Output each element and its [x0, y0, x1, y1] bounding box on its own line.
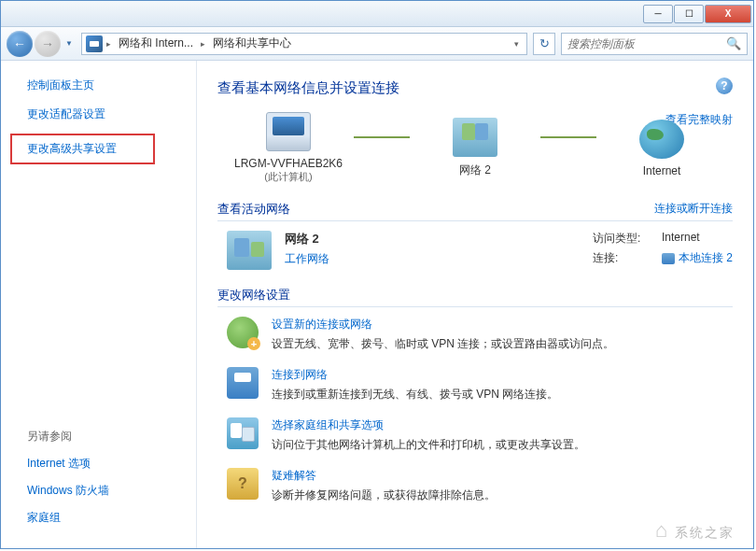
search-input[interactable]	[567, 37, 726, 50]
help-button[interactable]: ?	[716, 78, 733, 94]
sidebar-change-advanced-sharing[interactable]: 更改高级共享设置	[10, 134, 155, 164]
back-button[interactable]: ←	[7, 31, 33, 57]
watermark: 系统之家	[655, 518, 735, 543]
section-active-networks-title: 查看活动网络 连接或断开连接	[217, 201, 733, 221]
breadcrumb-network-internet[interactable]: 网络和 Intern...	[115, 34, 197, 53]
section-active-label: 查看活动网络	[217, 202, 290, 216]
setting-desc: 设置无线、宽带、拨号、临时或 VPN 连接；或设置路由器或访问点。	[272, 336, 614, 352]
network-map-network[interactable]: 网络 2	[410, 118, 540, 178]
minimize-button[interactable]: ─	[643, 5, 673, 23]
pc-sub-label: (此计算机)	[223, 170, 354, 184]
setting-homegroup-sharing[interactable]: 选择家庭组和共享选项 访问位于其他网络计算机上的文件和打印机，或更改共享设置。	[217, 417, 733, 453]
navbar: ← → ▼ ▸ 网络和 Intern... ▸ 网络和共享中心 ▾ ↻ 🔍	[1, 27, 753, 61]
window-frame: ─ ☐ X ← → ▼ ▸ 网络和 Intern... ▸ 网络和共享中心 ▾ …	[0, 0, 754, 549]
settings-list: 设置新的连接或网络 设置无线、宽带、拨号、临时或 VPN 连接；或设置路由器或访…	[217, 317, 733, 503]
setting-title[interactable]: 选择家庭组和共享选项	[272, 417, 585, 433]
content-body: 控制面板主页 更改适配器设置 更改高级共享设置 另请参阅 Internet 选项…	[1, 61, 753, 548]
address-bar[interactable]: ▸ 网络和 Intern... ▸ 网络和共享中心 ▾	[81, 33, 527, 55]
pc-name-label: LRGM-VVFHAEB2K6	[223, 157, 354, 170]
titlebar: ─ ☐ X	[1, 1, 753, 27]
access-type-value: Internet	[662, 231, 700, 247]
troubleshoot-icon	[227, 468, 259, 500]
network-map: 查看完整映射 LRGM-VVFHAEB2K6 (此计算机) 网络 2 Inter…	[217, 112, 733, 184]
sidebar-homegroup[interactable]: 家庭组	[27, 510, 196, 526]
nav-buttons: ← → ▼	[7, 31, 76, 57]
computer-icon	[266, 112, 311, 151]
connection-label: 连接:	[593, 250, 649, 266]
breadcrumb-sep-icon: ▸	[201, 39, 205, 49]
sidebar-control-panel-home[interactable]: 控制面板主页	[27, 78, 196, 93]
network-icon	[453, 118, 497, 157]
main-panel: ? 查看基本网络信息并设置连接 查看完整映射 LRGM-VVFHAEB2K6 (…	[197, 61, 753, 548]
setting-title[interactable]: 连接到网络	[272, 367, 558, 383]
sidebar-windows-firewall[interactable]: Windows 防火墙	[27, 483, 196, 499]
sidebar: 控制面板主页 更改适配器设置 更改高级共享设置 另请参阅 Internet 选项…	[1, 61, 197, 548]
search-icon[interactable]: 🔍	[726, 36, 741, 50]
setting-desc: 连接到或重新连接到无线、有线、拨号或 VPN 网络连接。	[272, 387, 558, 403]
local-connection-link[interactable]: 本地连接 2	[662, 250, 733, 266]
ethernet-icon	[662, 253, 675, 264]
connect-network-icon	[227, 367, 259, 399]
active-network-icon[interactable]	[227, 231, 272, 270]
maximize-button[interactable]: ☐	[674, 5, 704, 23]
sidebar-change-adapter-settings[interactable]: 更改适配器设置	[27, 106, 196, 122]
internet-label: Internet	[596, 164, 727, 177]
setting-new-connection[interactable]: 设置新的连接或网络 设置无线、宽带、拨号、临时或 VPN 连接；或设置路由器或访…	[217, 317, 733, 352]
setting-connect-network[interactable]: 连接到网络 连接到或重新连接到无线、有线、拨号或 VPN 网络连接。	[217, 367, 733, 403]
network-line-icon	[354, 136, 410, 138]
sidebar-internet-options[interactable]: Internet 选项	[27, 456, 196, 472]
network-map-this-pc[interactable]: LRGM-VVFHAEB2K6 (此计算机)	[223, 112, 354, 184]
refresh-button[interactable]: ↻	[533, 33, 555, 55]
forward-button[interactable]: →	[35, 31, 61, 57]
connection-value: 本地连接 2	[679, 250, 733, 266]
setting-title[interactable]: 设置新的连接或网络	[272, 317, 614, 332]
search-box[interactable]: 🔍	[561, 33, 748, 55]
control-panel-icon	[86, 35, 103, 52]
network-line-icon	[540, 136, 596, 138]
sidebar-see-also-title: 另请参阅	[27, 429, 196, 445]
breadcrumb-sep-icon: ▸	[106, 39, 111, 49]
close-button[interactable]: X	[705, 5, 751, 23]
new-connection-icon	[227, 317, 259, 348]
section-change-settings-title: 更改网络设置	[217, 287, 733, 307]
active-network-row: 网络 2 工作网络 访问类型: Internet 连接: 本地连接 2	[217, 231, 733, 270]
setting-desc: 诊断并修复网络问题，或获得故障排除信息。	[272, 487, 496, 503]
breadcrumb-network-sharing-center[interactable]: 网络和共享中心	[209, 34, 295, 53]
homegroup-icon	[227, 417, 259, 449]
page-title: 查看基本网络信息并设置连接	[217, 79, 733, 97]
network-name-label: 网络 2	[410, 162, 540, 178]
address-dropdown[interactable]: ▾	[511, 37, 523, 50]
active-network-name: 网络 2	[285, 231, 329, 247]
access-type-label: 访问类型:	[593, 231, 649, 247]
setting-desc: 访问位于其他网络计算机上的文件和打印机，或更改共享设置。	[272, 437, 585, 453]
connect-disconnect-link[interactable]: 连接或断开连接	[654, 201, 733, 217]
internet-globe-icon	[639, 120, 684, 159]
setting-title[interactable]: 疑难解答	[272, 468, 496, 484]
active-network-info: 网络 2 工作网络	[285, 231, 329, 267]
nav-history-dropdown[interactable]: ▼	[63, 39, 76, 48]
setting-troubleshoot[interactable]: 疑难解答 诊断并修复网络问题，或获得故障排除信息。	[217, 468, 733, 503]
active-network-type-link[interactable]: 工作网络	[285, 251, 329, 267]
active-network-details: 访问类型: Internet 连接: 本地连接 2	[593, 231, 733, 270]
